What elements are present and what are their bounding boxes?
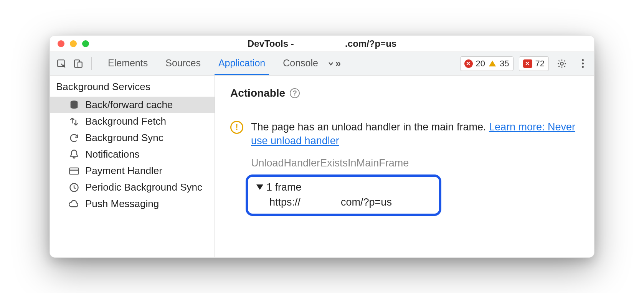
sidebar-item-payment-handler[interactable]: Payment Handler: [50, 163, 215, 179]
more-options-icon[interactable]: [575, 56, 590, 71]
triangle-down-icon: [256, 184, 263, 190]
sidebar-item-background-sync[interactable]: Background Sync: [50, 130, 215, 146]
sidebar-item-push-messaging[interactable]: Push Messaging: [50, 196, 215, 212]
help-icon[interactable]: ?: [290, 88, 300, 98]
sidebar-section-heading: Background Services: [50, 78, 215, 97]
sidebar-item-notifications[interactable]: Notifications: [50, 146, 215, 163]
cloud-icon: [68, 198, 80, 210]
sync-icon: [68, 132, 80, 144]
devtools-body: Background Services Back/forward cache B…: [50, 76, 594, 257]
more-tabs-icon[interactable]: »: [326, 56, 341, 71]
svg-rect-2: [78, 62, 82, 67]
device-toolbar-icon[interactable]: [71, 56, 86, 71]
sidebar-item-background-fetch[interactable]: Background Fetch: [50, 113, 215, 130]
warning-icon: [488, 59, 497, 68]
section-title: Actionable ?: [230, 87, 579, 99]
devtools-window: DevTools - .com/?p=us Elements Sources A…: [50, 35, 594, 258]
sidebar-item-label: Payment Handler: [85, 165, 162, 177]
titlebar: DevTools - .com/?p=us: [50, 36, 594, 52]
reason-id: UnloadHandlerExistsInMainFrame: [251, 157, 579, 169]
frame-count-label: 1 frame: [266, 181, 302, 193]
bfcache-content: Actionable ? ! The page has an unload ha…: [215, 76, 594, 257]
database-icon: [68, 99, 80, 111]
card-icon: [68, 165, 80, 177]
svg-point-3: [560, 62, 563, 65]
issue-text: The page has an unload handler in the ma…: [251, 120, 579, 148]
issues-count: 72: [535, 59, 545, 69]
bell-icon: [68, 149, 80, 160]
sidebar-item-label: Periodic Background Sync: [85, 181, 202, 193]
window-title: DevTools - .com/?p=us: [50, 38, 594, 49]
sidebar-item-label: Background Fetch: [85, 115, 166, 127]
panel-tabs: Elements Sources Application Console: [104, 52, 322, 75]
devtools-toolbar: Elements Sources Application Console » ✕…: [50, 52, 594, 76]
error-count: 20: [476, 59, 485, 69]
tab-console[interactable]: Console: [279, 52, 322, 75]
issues-icon: ✕: [523, 59, 532, 68]
warning-count: 35: [500, 59, 509, 69]
clock-icon: [68, 182, 80, 193]
tab-sources[interactable]: Sources: [162, 52, 205, 75]
minimize-window-button[interactable]: [70, 40, 77, 47]
settings-gear-icon[interactable]: [554, 56, 570, 71]
warning-circle-icon: !: [230, 121, 243, 134]
traffic-lights: [50, 40, 89, 47]
issues-badge[interactable]: ✕ 72: [519, 56, 549, 71]
title-prefix: DevTools -: [248, 38, 297, 49]
divider: [91, 57, 92, 70]
tab-application[interactable]: Application: [215, 52, 269, 75]
application-sidebar: Background Services Back/forward cache B…: [50, 76, 215, 257]
sidebar-item-label: Background Sync: [85, 132, 163, 144]
console-status-badge[interactable]: ✕ 20 35: [460, 56, 514, 71]
title-domain: .com/?p=us: [345, 38, 396, 49]
close-window-button[interactable]: [58, 40, 64, 47]
sidebar-item-label: Push Messaging: [85, 198, 159, 210]
frames-tree-toggle[interactable]: 1 frame: [256, 181, 431, 193]
tab-elements[interactable]: Elements: [104, 52, 152, 75]
frame-url[interactable]: https:// com/?p=us: [256, 196, 431, 208]
sidebar-item-periodic-sync[interactable]: Periodic Background Sync: [50, 179, 215, 196]
sidebar-item-bfcache[interactable]: Back/forward cache: [50, 97, 215, 113]
sidebar-item-label: Back/forward cache: [85, 99, 173, 111]
updown-icon: [68, 116, 80, 127]
toolbar-right: ✕ 20 35 ✕ 72: [460, 56, 590, 71]
issue-row: ! The page has an unload handler in the …: [230, 120, 579, 148]
sidebar-item-label: Notifications: [85, 148, 140, 160]
svg-rect-5: [69, 168, 78, 174]
frames-tree-highlight: 1 frame https:// com/?p=us: [246, 174, 441, 216]
section-title-text: Actionable: [230, 87, 285, 99]
maximize-window-button[interactable]: [82, 40, 89, 47]
issue-message: The page has an unload handler in the ma…: [251, 121, 489, 133]
inspect-element-icon[interactable]: [54, 56, 69, 71]
error-icon: ✕: [464, 59, 473, 68]
